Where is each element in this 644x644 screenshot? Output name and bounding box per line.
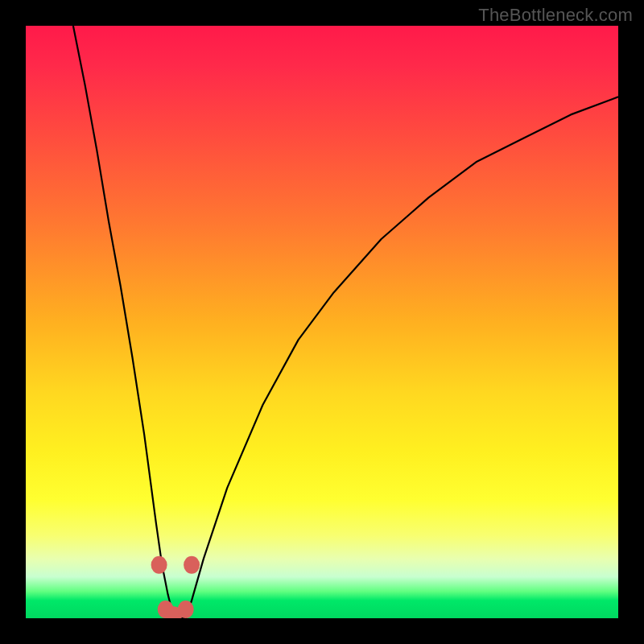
- watermark-text: TheBottleneck.com: [478, 5, 633, 26]
- marker-dot-0: [151, 556, 167, 574]
- plot-area: [26, 26, 618, 618]
- bottleneck-curve: [73, 26, 618, 618]
- marker-dot-4: [178, 601, 194, 618]
- chart-frame: TheBottleneck.com: [0, 0, 644, 644]
- bottleneck-curve-svg: [26, 26, 618, 618]
- marker-dot-1: [184, 556, 200, 574]
